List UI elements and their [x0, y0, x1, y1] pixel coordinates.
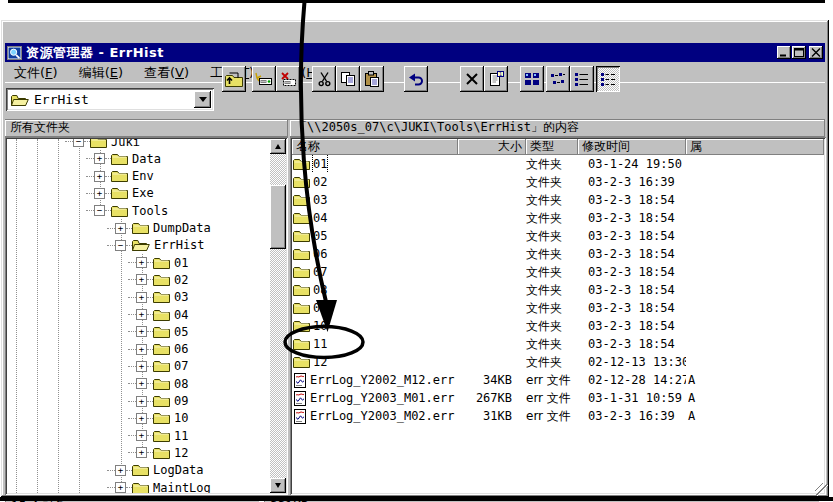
file-attr-cell [686, 281, 824, 299]
column-header-3[interactable]: 修改时间 [578, 139, 686, 155]
close-button[interactable] [809, 46, 823, 59]
folder-closed-icon [153, 308, 170, 322]
list-row-03[interactable]: 03文件夹03-2-3 18:54 [292, 191, 824, 209]
chevron-down-icon [199, 97, 207, 102]
address-combobox[interactable]: ErrHist [6, 88, 214, 111]
tree-item-12[interactable]: +12 [128, 444, 188, 461]
list-row-10[interactable]: 10文件夹03-2-3 18:54 [292, 317, 824, 335]
folder-closed-icon [153, 411, 170, 425]
menu-V[interactable]: 查看(V) [138, 63, 195, 83]
address-dropdown-button[interactable] [194, 91, 211, 108]
expand-box[interactable]: + [136, 292, 147, 303]
toolbar-button-map-network-drive[interactable] [252, 66, 276, 92]
toolbar-button-delete[interactable] [460, 66, 484, 92]
list-row-09[interactable]: 09文件夹03-2-3 18:54 [292, 299, 824, 317]
list-row-ErrLog_Y2003_M02.err[interactable]: ErrLog_Y2003_M02.err31KBerr 文件03-2-3 16:… [292, 407, 824, 425]
tree-item-05[interactable]: +05 [128, 323, 188, 340]
file-type-cell: 文件夹 [526, 245, 578, 263]
expand-box[interactable]: + [136, 326, 147, 337]
tree-item-11[interactable]: +11 [128, 427, 188, 444]
tree-item-09[interactable]: +09 [128, 393, 188, 410]
expand-box[interactable]: + [94, 153, 105, 164]
resize-grip[interactable] [815, 483, 828, 496]
column-header-1[interactable]: 大小 [458, 139, 526, 155]
column-header-0[interactable]: 名称 [292, 139, 458, 155]
menu-F[interactable]: 文件(F) [8, 63, 64, 83]
column-header-2[interactable]: 类型 [526, 139, 578, 155]
expand-box[interactable]: + [136, 430, 147, 441]
collapse-box[interactable]: − [94, 205, 105, 216]
tree-item-Data[interactable]: +Data [86, 150, 161, 167]
expand-box[interactable]: + [136, 344, 147, 355]
list-row-07[interactable]: 07文件夹03-2-3 18:54 [292, 263, 824, 281]
tree-item-Juki[interactable]: −Juki [65, 139, 140, 150]
expand-box[interactable]: + [136, 396, 147, 407]
toolbar-button-copy[interactable] [336, 66, 360, 92]
tree-item-LogData[interactable]: +LogData [107, 462, 204, 479]
tree-guide-line [79, 139, 80, 493]
file-modified-cell: 03-2-3 18:54 [578, 335, 686, 353]
scroll-down-button[interactable] [270, 478, 286, 493]
list-row-08[interactable]: 08文件夹03-2-3 18:54 [292, 281, 824, 299]
tree-item-03[interactable]: +03 [128, 289, 188, 306]
list-row-ErrLog_Y2002_M12.err[interactable]: ErrLog_Y2002_M12.err34KBerr 文件02-12-28 1… [292, 371, 824, 389]
tree-item-02[interactable]: +02 [128, 271, 188, 288]
toolbar-button-cut[interactable] [312, 66, 336, 92]
collapse-box[interactable]: − [115, 240, 126, 251]
tree-stub [86, 210, 94, 211]
tree-item-Env[interactable]: +Env [86, 168, 154, 185]
toolbar-button-view-large-icons[interactable] [520, 66, 544, 92]
list-row-04[interactable]: 04文件夹03-2-3 18:54 [292, 209, 824, 227]
map-network-drive-icon [255, 71, 273, 87]
menu-E[interactable]: 编辑(E) [73, 63, 129, 83]
tree-scrollbar[interactable] [270, 139, 286, 493]
toolbar-button-disconnect-network-drive[interactable] [276, 66, 300, 92]
list-row-ErrLog_Y2003_M01.err[interactable]: ErrLog_Y2003_M01.err267KBerr 文件03-1-31 1… [292, 389, 824, 407]
expand-box[interactable]: + [136, 361, 147, 372]
tree-item-DumpData[interactable]: +DumpData [107, 220, 211, 237]
expand-box[interactable]: + [94, 188, 105, 199]
tree-item-07[interactable]: +07 [128, 358, 188, 375]
tree-item-04[interactable]: +04 [128, 306, 188, 323]
list-row-02[interactable]: 02文件夹03-2-3 16:39 [292, 173, 824, 191]
expand-box[interactable]: + [136, 447, 147, 458]
toolbar-button-paste[interactable] [360, 66, 384, 92]
tree-item-Exe[interactable]: +Exe [86, 185, 154, 202]
toolbar-button-up-one-level[interactable] [222, 66, 246, 92]
tree-item-ErrHist[interactable]: −ErrHist [107, 237, 205, 254]
expand-box[interactable]: + [136, 309, 147, 320]
toolbar-button-view-details[interactable] [596, 66, 620, 92]
expand-box[interactable]: + [136, 257, 147, 268]
list-row-01[interactable]: 01文件夹03-1-24 19:50 [292, 155, 824, 173]
tree-item-10[interactable]: +10 [128, 410, 188, 427]
scroll-up-button[interactable] [270, 139, 286, 154]
file-name-cell: 12 [292, 353, 458, 371]
expand-box[interactable]: + [115, 465, 126, 476]
list-row-12[interactable]: 12文件夹02-12-13 13:30 [292, 353, 824, 371]
expand-box[interactable]: + [136, 413, 147, 424]
toolbar-button-view-small-icons[interactable] [546, 66, 570, 92]
list-row-11[interactable]: 11文件夹03-2-3 18:54 [292, 335, 824, 353]
list-row-06[interactable]: 06文件夹03-2-3 18:54 [292, 245, 824, 263]
scrollbar-thumb[interactable] [270, 185, 286, 249]
toolbar-button-undo[interactable] [404, 66, 428, 92]
toolbar-button-view-list[interactable] [570, 66, 594, 92]
tree-item-06[interactable]: +06 [128, 341, 188, 358]
expand-box[interactable]: + [136, 378, 147, 389]
expand-box[interactable]: + [94, 171, 105, 182]
list-row-05[interactable]: 05文件夹03-2-3 18:54 [292, 227, 824, 245]
expand-box[interactable]: + [136, 274, 147, 285]
maximize-button[interactable] [792, 46, 806, 59]
file-size-cell: 267KB [458, 389, 526, 407]
expand-box[interactable]: + [115, 482, 126, 493]
tree-item-01[interactable]: +01 [128, 254, 188, 271]
column-header-4[interactable]: 属 [686, 139, 824, 155]
minimize-button[interactable] [777, 46, 791, 59]
collapse-box[interactable]: − [73, 139, 84, 147]
title-bar: 资源管理器 - ErrHist [5, 43, 825, 62]
expand-box[interactable]: + [115, 223, 126, 234]
tree-item-08[interactable]: +08 [128, 375, 188, 392]
toolbar-button-properties[interactable]: 1 [484, 66, 508, 92]
tree-item-MaintLog[interactable]: +MaintLog [107, 479, 211, 493]
tree-item-Tools[interactable]: −Tools [86, 202, 168, 219]
